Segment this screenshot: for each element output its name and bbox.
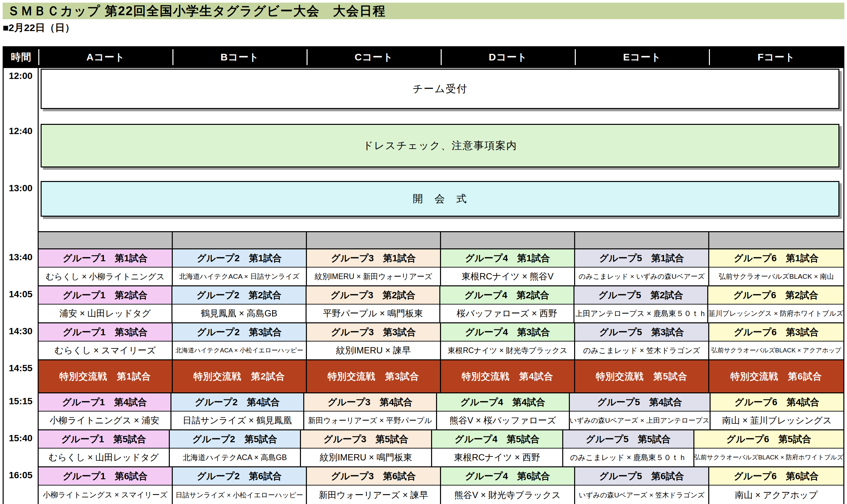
match-cell: グループ4 第1試合東根RCナイツ × 熊谷V bbox=[441, 249, 575, 286]
match-group-header: グループ5 第3試合 bbox=[575, 323, 708, 342]
match-cell: グループ6 第3試合弘前サクラオーバルズBLACK × アクアホップ bbox=[709, 323, 843, 360]
time-label: 12:00 bbox=[4, 68, 39, 123]
match-teams: 弘前サクラオーバルズBLACK × アクアホップ bbox=[709, 342, 843, 360]
col-header-court-f: Fコート bbox=[709, 46, 843, 68]
match-cell: グループ5 第3試合のみこまレッド × 笠木ドラゴンズ bbox=[575, 323, 709, 360]
page: ＳＭＢＣカップ 第22回全国小学生タグラグビー大会 大会日程 ■2月22日（日）… bbox=[3, 3, 844, 504]
time-label: 15:15 bbox=[4, 393, 39, 430]
match-teams: 弘前サクラオーバルズBLACK × 防府ホワイトブルズ bbox=[695, 449, 843, 467]
match-teams: 日詰サンライズ × 鶴見鳳凰 bbox=[172, 412, 303, 430]
match-teams: いずみの森Uベアーズ × 笠木ドラゴンズ bbox=[575, 486, 708, 504]
match-group-header: グループ4 第1試合 bbox=[441, 249, 574, 268]
match-teams: 南山 × アクアホップ bbox=[709, 486, 843, 504]
col-header-court-b: Bコート bbox=[173, 46, 307, 68]
time-label: 14:30 bbox=[4, 323, 39, 360]
match-cell: グループ6 第2試合韮川ブレッシングス × 防府ホワイトブルズ bbox=[708, 286, 843, 323]
gray-band-row bbox=[4, 231, 843, 249]
col-header-court-a: Aコート bbox=[39, 46, 173, 68]
match-group-header: グループ6 第3試合 bbox=[709, 323, 843, 342]
match-teams: 小柳ライトニングス × スマイリーズ bbox=[39, 486, 172, 504]
date-heading: ■2月22日（日） bbox=[3, 22, 844, 34]
gray-band-cell bbox=[307, 231, 441, 249]
schedule-row-1605: 16:05 グループ1 第6試合小柳ライトニングス × スマイリーズ グループ2… bbox=[4, 467, 843, 504]
match-teams: むらくし × 山田レッドタグ bbox=[39, 449, 169, 467]
time-label: 15:40 bbox=[4, 430, 39, 467]
match-cell: グループ2 第2試合鶴見鳳凰 × 高島GB bbox=[173, 286, 306, 323]
match-teams: 熊谷V × 財光寺ブラックス bbox=[441, 486, 574, 504]
match-group-header: グループ6 第6試合 bbox=[709, 467, 843, 486]
match-teams: 弘前サクラオーバルズBLACK × 南山 bbox=[709, 268, 843, 286]
match-teams: いずみの森Uベアーズ × 上田アンテロープス bbox=[570, 412, 710, 430]
match-group-header: グループ1 第3試合 bbox=[39, 323, 172, 342]
special-match-cell: 特別交流戦 第1試合 bbox=[39, 360, 173, 393]
match-cell: グループ4 第6試合熊谷V × 財光寺ブラックス bbox=[441, 467, 575, 504]
match-group-header: グループ2 第3試合 bbox=[173, 323, 306, 342]
match-teams: 東根RCナイツ × 熊谷V bbox=[441, 268, 574, 286]
match-cell: グループ3 第6試合新田ウォーリアーズ × 諫早 bbox=[307, 467, 441, 504]
match-cell: グループ2 第4試合日詰サンライズ × 鶴見鳳凰 bbox=[172, 393, 304, 430]
match-group-header: グループ3 第1試合 bbox=[307, 249, 440, 268]
special-match-cell: 特別交流戦 第4試合 bbox=[441, 360, 575, 393]
match-teams: 北海道ハイテクACA × 小松イエローハッピー bbox=[173, 342, 306, 360]
match-group-header: グループ2 第5試合 bbox=[170, 430, 300, 449]
match-cell: グループ3 第4試合新田ウォーリアーズ × 平野パープル bbox=[304, 393, 437, 430]
match-cell: グループ1 第2試合浦安 × 山田レッドタグ bbox=[39, 286, 173, 323]
match-teams: 小柳ライトニングス × 浦安 bbox=[39, 412, 170, 430]
schedule-row-1405: 14:05 グループ1 第2試合浦安 × 山田レッドタグ グループ2 第2試合鶴… bbox=[4, 286, 843, 323]
match-cell: グループ5 第4試合いずみの森Uベアーズ × 上田アンテロープス bbox=[570, 393, 711, 430]
match-cell: グループ6 第6試合南山 × アクアホップ bbox=[709, 467, 843, 504]
match-teams: 韮川ブレッシングス × 防府ホワイトブルズ bbox=[708, 305, 843, 323]
match-group-header: グループ1 第4試合 bbox=[39, 393, 170, 412]
match-teams: 上田アンテロープス × 鹿島東５０ｔｈ bbox=[575, 305, 707, 323]
banner-row-opening-ceremony: 13:00 開 会 式 bbox=[4, 180, 843, 231]
match-group-header: グループ1 第6試合 bbox=[39, 467, 172, 486]
match-cell: グループ4 第5試合東根RCナイツ × 西野 bbox=[432, 430, 563, 467]
match-group-header: グループ1 第2試合 bbox=[39, 286, 172, 305]
special-match-cell: 特別交流戦 第2試合 bbox=[173, 360, 307, 393]
match-cell: グループ5 第1試合のみこまレッド × いずみの森Uベアーズ bbox=[575, 249, 709, 286]
match-teams: のみこまレッド × 鹿島東５０ｔｈ bbox=[563, 449, 693, 467]
time-label: 16:05 bbox=[4, 467, 39, 504]
banner-row-reception: 12:00 チーム受付 bbox=[4, 68, 843, 123]
match-teams: 東根RCナイツ × 西野 bbox=[432, 449, 562, 467]
match-teams: 東根RCナイツ × 財光寺ブラックス bbox=[441, 342, 574, 360]
match-teams: のみこまレッド × 笠木ドラゴンズ bbox=[575, 342, 708, 360]
schedule-row-1340: 13:40 グループ1 第1試合むらくし × 小柳ライトニングス グループ2 第… bbox=[4, 249, 843, 286]
match-teams: 桜バッファローズ × 西野 bbox=[440, 305, 573, 323]
match-cell: グループ1 第3試合むらくし × スマイリーズ bbox=[39, 323, 173, 360]
schedule-row-1540: 15:40 グループ1 第5試合むらくし × 山田レッドタグ グループ2 第5試… bbox=[4, 430, 843, 467]
match-cell: グループ2 第1試合北海道ハイテクACA × 日詰サンライズ bbox=[173, 249, 307, 286]
gray-band-cell bbox=[575, 231, 709, 249]
banner-row-dress-check: 12:40 ドレスチェック、注意事項案内 bbox=[4, 123, 843, 180]
page-title: ＳＭＢＣカップ 第22回全国小学生タグラグビー大会 大会日程 bbox=[3, 3, 844, 19]
gray-band-cell bbox=[173, 231, 307, 249]
match-cell: グループ5 第6試合いずみの森Uベアーズ × 笠木ドラゴンズ bbox=[575, 467, 709, 504]
match-cell: グループ1 第1試合むらくし × 小柳ライトニングス bbox=[39, 249, 173, 286]
match-cell: グループ4 第4試合熊谷V × 桜バッファローズ bbox=[437, 393, 570, 430]
match-teams: 北海道ハイテクACA × 日詰サンライズ bbox=[173, 268, 306, 286]
match-group-header: グループ2 第6試合 bbox=[173, 467, 306, 486]
match-group-header: グループ4 第5試合 bbox=[432, 430, 562, 449]
special-exchange-row: 14:55 特別交流戦 第1試合 特別交流戦 第2試合 特別交流戦 第3試合 特… bbox=[4, 360, 843, 393]
match-cell: グループ3 第5試合紋別IMERU × 鳴門板東 bbox=[301, 430, 432, 467]
match-teams: 浦安 × 山田レッドタグ bbox=[39, 305, 172, 323]
match-cell: グループ3 第2試合平野パープル × 鳴門板東 bbox=[307, 286, 440, 323]
time-label: 13:00 bbox=[4, 180, 39, 231]
match-cell: グループ5 第2試合上田アンテロープス × 鹿島東５０ｔｈ bbox=[575, 286, 708, 323]
match-teams: むらくし × 小柳ライトニングス bbox=[39, 268, 172, 286]
special-match-cell: 特別交流戦 第3試合 bbox=[307, 360, 441, 393]
col-header-court-c: Cコート bbox=[307, 46, 441, 68]
match-teams: 紋別IMERU × 新田ウォーリアーズ bbox=[307, 268, 440, 286]
match-cell: グループ1 第6試合小柳ライトニングス × スマイリーズ bbox=[39, 467, 173, 504]
match-cell: グループ1 第4試合小柳ライトニングス × 浦安 bbox=[39, 393, 172, 430]
match-cell: グループ3 第1試合紋別IMERU × 新田ウォーリアーズ bbox=[307, 249, 441, 286]
match-teams: 南山 × 韮川ブレッシングス bbox=[710, 412, 843, 430]
match-group-header: グループ4 第2試合 bbox=[440, 286, 573, 305]
match-cell: グループ6 第5試合弘前サクラオーバルズBLACK × 防府ホワイトブルズ bbox=[695, 430, 843, 467]
schedule-row-1430: 14:30 グループ1 第3試合むらくし × スマイリーズ グループ2 第3試合… bbox=[4, 323, 843, 360]
col-header-court-e: Eコート bbox=[575, 46, 709, 68]
col-header-court-d: Dコート bbox=[441, 46, 575, 68]
time-label: 14:05 bbox=[4, 286, 39, 323]
gray-band-cell bbox=[39, 231, 173, 249]
match-group-header: グループ5 第2試合 bbox=[575, 286, 707, 305]
